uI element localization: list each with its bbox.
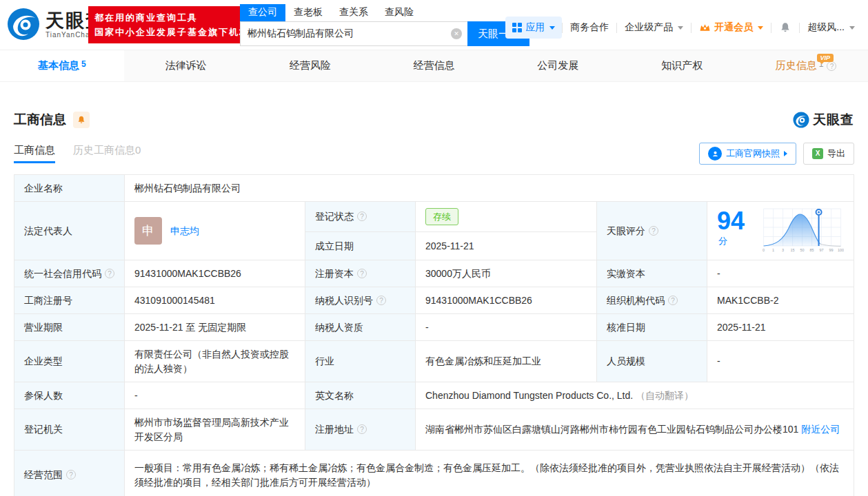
score-value: 94分 xyxy=(717,214,754,248)
tianyancha-watermark: 天眼查 xyxy=(793,111,854,129)
search-tab-relation[interactable]: 查关系 xyxy=(331,4,376,21)
score-axis-tick: 100 xyxy=(838,248,844,252)
nav-business-coop-label: 商务合作 xyxy=(570,21,609,34)
score-axis-tick: 97 xyxy=(819,248,823,252)
business-info-table: 企业名称 郴州钻石钨制品有限公司 法定代表人 申 申志均 登记状态 存续 天眼评… xyxy=(14,174,854,496)
official-snapshot-button[interactable]: 工商官网快照 xyxy=(699,143,796,165)
table-row: 工商注册号 431091000145481 纳税人识别号 91431000MAK… xyxy=(14,287,854,314)
reg-address-cell: 湖南省郴州市苏仙区白露塘镇山河路郴州市柿竹园有色工业园钻石钨制品公司办公楼101… xyxy=(416,409,854,451)
nav-apps-label: 应用 xyxy=(525,21,545,34)
field-label-reg-capital: 注册资本 xyxy=(305,260,416,287)
field-label-legal-rep: 法定代表人 xyxy=(14,202,125,260)
field-label-text: 天眼评分 xyxy=(607,225,645,236)
insured-count-value: - xyxy=(125,382,305,409)
table-row: 法定代表人 申 申志均 登记状态 存续 天眼评分 94分 xyxy=(14,202,854,232)
legal-rep-cell: 申 申志均 xyxy=(125,202,305,260)
field-label-text: 经营范围 xyxy=(24,469,63,480)
notification-bell-icon[interactable] xyxy=(771,21,799,34)
help-icon[interactable] xyxy=(827,61,836,71)
search-tab-risk[interactable]: 查风险 xyxy=(376,4,422,21)
subtab-business-info[interactable]: 工商信息 xyxy=(14,144,55,163)
tab-label: 经营风险 xyxy=(290,59,331,72)
nav-super-risk-label: 超级风... xyxy=(807,21,845,34)
field-label-industry: 行业 xyxy=(305,341,416,382)
chevron-down-icon xyxy=(849,26,855,30)
nav-open-vip[interactable]: 开通会员 xyxy=(692,21,771,34)
monitor-bell-icon[interactable] xyxy=(73,112,90,128)
subtab-history-business-info[interactable]: 历史工商信息0 xyxy=(73,144,141,163)
help-icon[interactable] xyxy=(357,269,367,278)
brand-slogan: 都在用的商业查询工具 国家中小企业发展子基金旗下机构 xyxy=(88,6,256,43)
field-label-text: 注册地址 xyxy=(315,424,354,435)
taxpayer-quality-value: - xyxy=(416,314,597,341)
search-tab-boss[interactable]: 查老板 xyxy=(285,4,331,21)
field-label-text: 纳税人识别号 xyxy=(315,295,373,306)
org-code-value: MAK1CCBB-2 xyxy=(707,287,854,314)
field-label-text: 组织机构代码 xyxy=(607,295,665,306)
industry-value: 有色金属冶炼和压延加工业 xyxy=(416,341,597,382)
tianyancha-logo-icon xyxy=(7,8,40,41)
help-icon[interactable] xyxy=(668,296,678,305)
nearby-companies-link[interactable]: 附近公司 xyxy=(801,424,840,435)
score-axis-tick: 50 xyxy=(800,248,804,252)
paid-capital-value: - xyxy=(707,260,854,287)
help-icon[interactable] xyxy=(357,424,367,434)
english-name-value: Chenzhou Diamond Tungsten Products Co., … xyxy=(425,390,633,401)
main-content: 工商信息 天眼查 工商信息 历史工商信息0 xyxy=(0,111,868,496)
tab-legal-proceedings[interactable]: 法律诉讼 xyxy=(124,50,248,81)
field-label-score: 天眼评分 xyxy=(597,202,707,260)
field-label-insured-count: 参保人数 xyxy=(14,382,125,409)
table-row: 营业期限 2025-11-21 至 无固定期限 纳税人资质 - 核准日期 202… xyxy=(14,314,854,341)
export-button[interactable]: X 导出 xyxy=(803,143,854,165)
field-label-english-name: 英文名称 xyxy=(305,382,416,409)
nav-super-risk[interactable]: 超级风... xyxy=(800,21,862,34)
reg-authority-value: 郴州市市场监督管理局高新技术产业开发区分局 xyxy=(125,409,305,451)
nav-business-coop[interactable]: 商务合作 xyxy=(563,21,616,34)
tab-operating-info[interactable]: 经营信息 xyxy=(372,50,496,81)
table-row: 企业类型 有限责任公司（非自然人投资或控股的法人独资） 行业 有色金属冶炼和压延… xyxy=(14,341,854,382)
help-icon[interactable] xyxy=(66,470,76,479)
field-label-company-type: 企业类型 xyxy=(14,341,125,382)
tab-history-info[interactable]: VIP 历史信息 1 xyxy=(744,50,868,81)
help-icon[interactable] xyxy=(357,211,367,221)
tab-basic-info[interactable]: 基本信息 5 xyxy=(0,50,124,81)
field-label-approval-date: 核准日期 xyxy=(597,314,707,341)
clear-search-icon[interactable]: ✕ xyxy=(451,28,462,39)
section-title: 工商信息 xyxy=(14,111,66,129)
score-unit: 分 xyxy=(718,236,727,246)
chevron-down-icon xyxy=(678,26,683,30)
field-label-reg-address: 注册地址 xyxy=(305,409,416,451)
status-badge: 存续 xyxy=(425,208,458,225)
field-label-text: 统一社会信用代码 xyxy=(24,268,101,279)
field-label-reg-authority: 登记机关 xyxy=(14,409,125,451)
business-scope-value: 一般项目：常用有色金属冶炼；稀有稀土金属冶炼；有色金属合金制造；有色金属压延加工… xyxy=(125,451,854,496)
search-input[interactable] xyxy=(240,21,467,46)
chevron-down-icon xyxy=(758,26,763,30)
apps-grid-icon xyxy=(512,23,522,32)
field-label-business-term: 营业期限 xyxy=(14,314,125,341)
tab-label: 法律诉讼 xyxy=(165,59,207,72)
field-label-text: 注册资本 xyxy=(315,268,354,279)
score-axis-tick: 99 xyxy=(829,248,833,252)
export-button-label: 导出 xyxy=(827,147,845,160)
nav-apps[interactable]: 应用 xyxy=(505,17,562,39)
field-label-text: 登记状态 xyxy=(315,211,354,222)
help-icon[interactable] xyxy=(649,226,658,236)
score-axis-tick: 3 xyxy=(782,248,784,252)
tab-count: 5 xyxy=(81,59,86,69)
staff-size-value: - xyxy=(707,341,854,382)
search-tab-company[interactable]: 查公司 xyxy=(240,4,285,21)
legal-rep-link[interactable]: 申志均 xyxy=(170,224,199,238)
tab-intellectual-property[interactable]: 知识产权 xyxy=(620,50,744,81)
field-label-org-code: 组织机构代码 xyxy=(597,287,707,314)
help-icon[interactable] xyxy=(105,269,114,278)
company-type-value: 有限责任公司（非自然人投资或控股的法人独资） xyxy=(125,341,305,382)
auto-translate-note: （自动翻译） xyxy=(636,390,694,401)
nav-enterprise-products[interactable]: 企业级产品 xyxy=(617,21,691,34)
tab-operating-risk[interactable]: 经营风险 xyxy=(248,50,372,81)
score-axis-tick: 1 xyxy=(772,248,774,252)
table-row: 登记机关 郴州市市场监督管理局高新技术产业开发区分局 注册地址 湖南省郴州市苏仙… xyxy=(14,409,854,451)
help-icon[interactable] xyxy=(376,296,386,305)
tab-company-development[interactable]: 公司发展 xyxy=(496,50,620,81)
arrow-right-icon xyxy=(784,151,787,156)
